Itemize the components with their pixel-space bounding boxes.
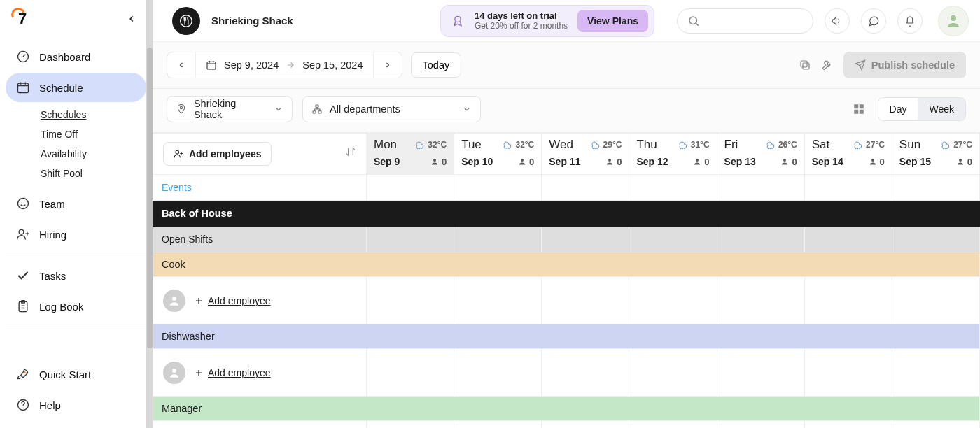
shift-cell[interactable] bbox=[367, 421, 454, 429]
sidebar-item-schedule[interactable]: Schedule bbox=[6, 73, 146, 102]
bell-icon bbox=[904, 15, 916, 27]
department-dropdown[interactable]: All departments bbox=[302, 96, 481, 122]
shift-cell[interactable] bbox=[542, 277, 629, 324]
grid-icon bbox=[853, 103, 865, 115]
announcements-button[interactable] bbox=[825, 8, 850, 34]
shift-cell[interactable] bbox=[454, 421, 542, 429]
shift-cell[interactable] bbox=[804, 227, 892, 252]
shift-cell[interactable] bbox=[629, 277, 717, 324]
user-avatar[interactable] bbox=[938, 6, 969, 36]
day-header[interactable]: Sat 27°C Sep 14 0 bbox=[804, 134, 892, 175]
shift-cell[interactable] bbox=[454, 227, 542, 252]
sort-button[interactable] bbox=[345, 146, 356, 157]
day-header[interactable]: Thu 31°C Sep 12 0 bbox=[629, 134, 717, 175]
notifications-button[interactable] bbox=[897, 8, 923, 34]
shift-cell[interactable] bbox=[367, 175, 454, 201]
week-view-button[interactable]: Week bbox=[918, 98, 965, 120]
shift-cell[interactable] bbox=[367, 277, 454, 324]
shift-cell[interactable] bbox=[454, 277, 542, 324]
shift-cell[interactable] bbox=[717, 421, 804, 429]
scrollbar-thumb[interactable] bbox=[147, 48, 153, 348]
sidebar-item-log-book[interactable]: Log Book bbox=[6, 292, 146, 321]
shift-cell[interactable] bbox=[542, 227, 629, 252]
section-header[interactable]: Back of House bbox=[153, 201, 980, 227]
prev-week-button[interactable] bbox=[167, 52, 195, 78]
shift-cell[interactable] bbox=[717, 175, 804, 201]
day-header[interactable]: Sun 27°C Sep 15 0 bbox=[892, 134, 979, 175]
submenu-schedules[interactable]: Schedules bbox=[41, 109, 146, 120]
messages-button[interactable] bbox=[861, 8, 886, 34]
shift-cell[interactable] bbox=[542, 421, 629, 429]
rain-icon bbox=[414, 139, 425, 150]
submenu-availability[interactable]: Availability bbox=[41, 148, 146, 159]
topbar: Shrieking Shack 14 days left on trial Ge… bbox=[153, 0, 980, 42]
sidebar-item-quick-start[interactable]: Quick Start bbox=[6, 359, 146, 389]
sidebar-item-label: Tasks bbox=[39, 270, 66, 282]
shift-cell[interactable] bbox=[717, 349, 804, 397]
layout-toggle-button[interactable] bbox=[853, 103, 865, 115]
sidebar-item-tasks[interactable]: Tasks bbox=[6, 261, 146, 290]
shift-cell[interactable] bbox=[892, 421, 979, 429]
shift-cell[interactable] bbox=[804, 421, 892, 429]
events-row-label[interactable]: Events bbox=[153, 175, 367, 201]
role-header[interactable]: Manager bbox=[153, 397, 980, 421]
shift-cell[interactable] bbox=[542, 175, 629, 201]
date-toolbar: Sep 9, 2024 Sep 15, 2024 Today Publish s… bbox=[153, 42, 980, 89]
shift-cell[interactable] bbox=[717, 277, 804, 324]
shift-cell[interactable] bbox=[717, 227, 804, 252]
shift-cell[interactable] bbox=[892, 175, 979, 201]
add-employee-link[interactable]: Add employee bbox=[194, 295, 271, 306]
shift-cell[interactable] bbox=[629, 349, 717, 397]
next-week-button[interactable] bbox=[373, 52, 402, 78]
arrow-right-icon bbox=[286, 60, 295, 70]
role-header[interactable]: Dishwasher bbox=[153, 324, 980, 349]
shift-cell[interactable] bbox=[367, 227, 454, 252]
temp: 27°C bbox=[953, 140, 972, 150]
day-header[interactable]: Mon 32°C Sep 9 0 bbox=[367, 134, 454, 175]
shift-cell[interactable] bbox=[892, 277, 979, 324]
search-input[interactable] bbox=[677, 8, 813, 34]
divider bbox=[6, 327, 146, 327]
shift-cell[interactable] bbox=[542, 349, 629, 397]
sidebar-item-hiring[interactable]: Hiring bbox=[6, 220, 146, 249]
view-plans-button[interactable]: View Plans bbox=[578, 10, 648, 32]
day-header[interactable]: Tue 32°C Sep 10 0 bbox=[454, 134, 542, 175]
shift-cell[interactable] bbox=[892, 227, 979, 252]
svg-rect-14 bbox=[803, 63, 809, 69]
sidebar-item-dashboard[interactable]: Dashboard bbox=[6, 42, 146, 71]
submenu-time-off[interactable]: Time Off bbox=[41, 129, 146, 140]
shift-cell[interactable] bbox=[454, 175, 542, 201]
sidebar-scrollbar[interactable] bbox=[146, 0, 153, 428]
svg-rect-15 bbox=[801, 61, 807, 67]
shift-cell[interactable] bbox=[629, 175, 717, 201]
submenu-shift-pool[interactable]: Shift Pool bbox=[41, 168, 146, 179]
day-header[interactable]: Wed 29°C Sep 11 0 bbox=[542, 134, 629, 175]
shift-cell[interactable] bbox=[454, 349, 542, 397]
shift-cell[interactable] bbox=[804, 277, 892, 324]
date-range-button[interactable]: Sep 9, 2024 Sep 15, 2024 bbox=[195, 52, 373, 78]
today-button[interactable]: Today bbox=[411, 52, 462, 78]
sidebar-item-help[interactable]: Help bbox=[6, 390, 146, 420]
collapse-sidebar-button[interactable] bbox=[122, 10, 141, 28]
check-icon bbox=[15, 268, 31, 283]
role-header[interactable]: Cook bbox=[153, 252, 980, 277]
tools-button[interactable] bbox=[821, 59, 834, 71]
add-employees-button[interactable]: Add employees bbox=[163, 142, 272, 166]
sidebar-item-team[interactable]: Team bbox=[6, 189, 146, 218]
open-shifts-label[interactable]: Open Shifts bbox=[153, 227, 367, 252]
shift-cell[interactable] bbox=[892, 349, 979, 397]
shift-cell[interactable] bbox=[804, 175, 892, 201]
weather: 26°C bbox=[764, 139, 797, 150]
shift-cell[interactable] bbox=[804, 349, 892, 397]
copy-schedule-button[interactable] bbox=[799, 59, 811, 71]
weather: 29°C bbox=[589, 139, 622, 150]
shift-cell[interactable] bbox=[629, 421, 717, 429]
employee-count: 0 bbox=[956, 157, 972, 167]
publish-schedule-button[interactable]: Publish schedule bbox=[844, 52, 966, 78]
day-header[interactable]: Fri 26°C Sep 13 0 bbox=[717, 134, 804, 175]
shift-cell[interactable] bbox=[367, 349, 454, 397]
shift-cell[interactable] bbox=[629, 227, 717, 252]
location-dropdown[interactable]: Shrieking Shack bbox=[167, 96, 293, 122]
add-employee-link[interactable]: Add employee bbox=[194, 367, 271, 378]
day-view-button[interactable]: Day bbox=[878, 98, 918, 120]
